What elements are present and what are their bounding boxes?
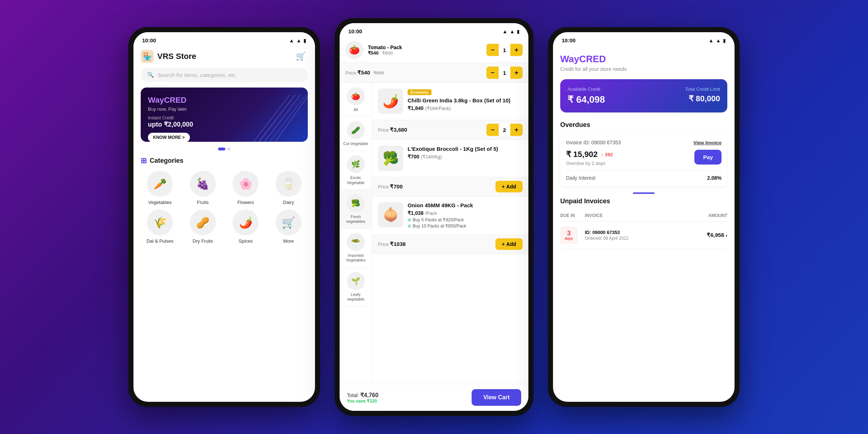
wifi-icon: ▲ <box>296 38 301 43</box>
products-list: 🌶️ Economy Chilli Green India 3.8kg - Bo… <box>372 83 528 384</box>
sidebar-leafy[interactable]: 🌱 Leafy vegetable <box>340 268 372 306</box>
top-product-qty: − 1 + <box>486 44 523 56</box>
qty-value-chilli: 2 <box>499 124 510 136</box>
dot-2 <box>227 148 230 150</box>
categories-grid: 🥕 Vegetables 🍇 Fruits 🌸 Flowers 🥛 Dairy … <box>141 171 308 244</box>
product-chilli: 🌶️ Economy Chilli Green India 3.8kg - Bo… <box>372 83 528 120</box>
add-label-broccoli: Add <box>506 184 516 190</box>
sidebar-exotic-label: Exotic Vegetable <box>342 175 370 185</box>
category-circle-fruits: 🍇 <box>190 171 216 197</box>
status-time-1: 10:00 <box>142 37 156 43</box>
overdue-details: ₹ 15,902 ↑ 392 Overdue by 2 days <box>566 150 613 170</box>
sidebar-all-img: 🍅 <box>347 87 365 105</box>
phone-3: 10:00 ▲ ▲ ▮ WayCRED Credit for all your … <box>548 27 740 407</box>
search-bar[interactable]: 🔍 Search for items, categories, etc. <box>141 68 308 82</box>
signal-icon-3: ▲ <box>709 38 714 43</box>
know-more-button[interactable]: KNOW MORE > <box>148 133 190 142</box>
price-row-chilli: Price ₹3,680 − 2 + <box>372 120 528 140</box>
category-fruits[interactable]: 🍇 Fruits <box>184 171 222 205</box>
category-dryfruits[interactable]: 🥜 Dry Fruits <box>184 209 222 244</box>
sidebar-leafy-img: 🌱 <box>347 272 365 290</box>
search-icon: 🔍 <box>147 72 154 78</box>
invoice-id: Invoice ID: 09000 67353 <box>566 140 621 145</box>
unpaid-invoice-row-1[interactable]: 3 days ID: 09000 67353 Ordered: 08 April… <box>560 221 727 249</box>
status-icons-2: ▲ ▲ ▮ <box>502 29 520 34</box>
add-label-onion: Add <box>506 241 516 247</box>
available-credit-label: Available Credit <box>567 86 605 92</box>
category-more[interactable]: 🛒 More <box>269 209 308 244</box>
category-label-more: More <box>283 238 294 244</box>
view-cart-button[interactable]: View Cart <box>472 389 521 406</box>
wifi-icon-2: ▲ <box>510 29 515 34</box>
product-onion-image: 🧅 <box>378 202 403 227</box>
product-broccoli-name: L'Exotique Broccoli - 1Kg (Set of 5) <box>408 146 523 152</box>
battery-icon: ▮ <box>303 38 306 43</box>
qty-plus-row[interactable]: + <box>510 67 523 79</box>
banner-dots <box>133 148 315 150</box>
sidebar-fresh-label: Fresh vegetables <box>342 214 370 224</box>
top-product-image: 🍅 <box>345 41 363 59</box>
sidebar-fresh[interactable]: 🥦 Fresh vegetables <box>340 190 372 229</box>
product-chilli-row: 🌶️ Economy Chilli Green India 3.8kg - Bo… <box>378 89 523 114</box>
product-onion-offer2: ⊕ Buy 10 Packs at ₹850/Pack <box>408 224 523 229</box>
sidebar-leafy-label: Leafy vegetable <box>342 292 370 302</box>
battery-icon-2: ▮ <box>517 29 520 34</box>
product-broccoli-price: ₹700 (₹140/Kg) <box>408 153 523 160</box>
sidebar-exotic[interactable]: 🌿 Exotic Vegetable <box>340 151 372 190</box>
sidebar-exotic-img: 🌿 <box>347 155 365 173</box>
economy-badge: Economy <box>408 89 431 95</box>
category-dal[interactable]: 🌾 Dal & Pulses <box>141 209 179 244</box>
available-credit: Available Credit ₹ 64,098 <box>567 86 605 105</box>
category-label-vegetables: Vegetables <box>148 200 171 205</box>
pay-button[interactable]: Pay <box>694 150 722 165</box>
scroll-bar <box>633 192 655 194</box>
qty-plus-top[interactable]: + <box>510 44 523 56</box>
p3-content: WayCRED Credit for all your store needs … <box>553 46 735 402</box>
store-icon: 🏪 <box>141 50 154 63</box>
category-flowers[interactable]: 🌸 Flowers <box>226 171 265 205</box>
col-amount: AMOUNT <box>708 213 727 218</box>
product-chilli-info: Economy Chilli Green India 3.8kg - Box (… <box>408 89 523 111</box>
top-product-price: ₹540 ₹600 <box>368 50 402 56</box>
qty-minus-row[interactable]: − <box>486 67 499 79</box>
qty-plus-chilli[interactable]: + <box>510 124 523 136</box>
overdue-change-badge: ↑ 392 <box>601 152 613 157</box>
category-dairy[interactable]: 🥛 Dairy <box>269 171 308 205</box>
view-invoice-link[interactable]: View Invoice <box>693 140 722 145</box>
qty-control-row: − 1 + <box>486 67 523 79</box>
add-onion-button[interactable]: + Add <box>495 238 523 250</box>
qty-minus-chilli[interactable]: − <box>486 124 499 136</box>
daily-interest-value: 2.08% <box>707 175 722 181</box>
waycred-banner-section: WayCRED Buy now, Pay later Instant Credi… <box>141 88 308 142</box>
sidebar-all[interactable]: 🍅 All <box>340 83 372 117</box>
qty-value-row: 1 <box>499 67 510 79</box>
overdue-amount-row: ₹ 15,902 ↑ 392 Overdue by 2 days Pay <box>566 150 722 170</box>
total-credit-label: Total Credit Limit <box>685 86 720 92</box>
sidebar-cut[interactable]: 🥒 Cut Vegetable <box>340 117 372 151</box>
cart-button[interactable]: 🛒 <box>293 49 308 64</box>
cart-save-text: You save ₹120 <box>347 399 378 404</box>
store-logo: 🏪 VRS Store <box>141 50 196 63</box>
daily-interest-row: Daily Interest 2.08% <box>566 170 722 181</box>
categories-label: Categories <box>150 157 183 165</box>
status-icons-3: ▲ ▲ ▮ <box>709 38 726 43</box>
product-onion-row: 🧅 Onion 45MM 49KG - Pack ₹1,038 /Pack ⊕ … <box>378 202 523 229</box>
product-chilli-image: 🌶️ <box>378 89 403 114</box>
product-broccoli-row: 🥦 L'Exotique Broccoli - 1Kg (Set of 5) ₹… <box>378 146 523 171</box>
phone-1: 10:00 ▲ ▲ ▮ 🏪 VRS Store 🛒 🔍 Search for i… <box>128 27 320 407</box>
add-broccoli-button[interactable]: + Add <box>495 181 523 192</box>
sidebar-cut-img: 🥒 <box>347 121 365 139</box>
sidebar-imported[interactable]: 🥗 Imported Vegetables <box>340 229 372 267</box>
categories-icon: ⊞ <box>141 156 147 165</box>
categories-title: ⊞ Categories <box>141 156 308 165</box>
category-spices[interactable]: 🌶️ Spices <box>226 209 265 244</box>
product-onion: 🧅 Onion 45MM 49KG - Pack ₹1,038 /Pack ⊕ … <box>372 196 528 235</box>
unpaid-table-header: DUE IN INVOICE AMOUNT <box>560 210 727 221</box>
invoice-date-1: Ordered: 08 April 2022 <box>585 236 704 241</box>
invoice-amount-1: ₹6,958 › <box>707 232 727 238</box>
svg-line-3 <box>254 95 290 142</box>
qty-minus-top[interactable]: − <box>486 44 499 56</box>
category-vegetables[interactable]: 🥕 Vegetables <box>141 171 179 205</box>
product-broccoli-info: L'Exotique Broccoli - 1Kg (Set of 5) ₹70… <box>408 146 523 160</box>
battery-icon-3: ▮ <box>723 38 726 43</box>
